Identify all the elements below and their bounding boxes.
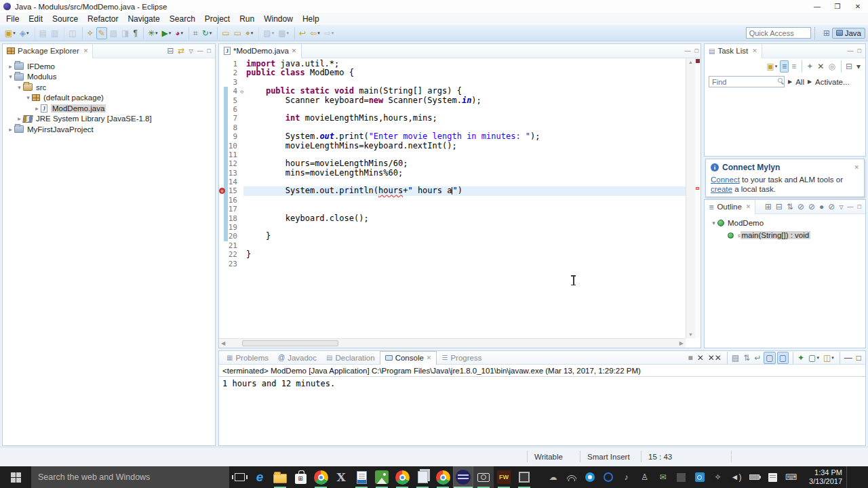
menu-project[interactable]: Project — [200, 14, 235, 24]
taskbar-app-chrome-2[interactable] — [392, 466, 412, 488]
hide-fields-icon[interactable]: ⊘ — [796, 201, 806, 213]
taskbar-app-window-app[interactable] — [514, 466, 534, 488]
open-console-icon[interactable]: ◫▾ — [822, 352, 835, 364]
tab-declaration[interactable]: ▤Declaration — [321, 351, 380, 365]
taskbar-clock[interactable]: 1:34 PM 3/13/2017 — [803, 466, 845, 488]
tray-browser-tray-icon[interactable] — [599, 472, 617, 482]
scroll-lock-icon[interactable]: ⇅ — [742, 352, 751, 364]
link-with-editor-icon[interactable]: ⇄ — [176, 45, 186, 57]
chevron-right-icon[interactable]: ▸ — [16, 115, 23, 122]
error-summary-marker[interactable] — [696, 59, 700, 63]
tab-moddemo-java[interactable]: J *ModDemo.java ✕ — [219, 44, 302, 58]
tab-problems[interactable]: ▦Problems — [222, 351, 273, 365]
hide-static-members-icon[interactable]: ⊘ — [807, 201, 816, 213]
taskbar-app-store[interactable]: ⊞ — [290, 466, 311, 488]
scroll-left-icon[interactable]: ◀ — [221, 340, 225, 346]
tab-package-explorer[interactable]: Package Explorer ✕ — [3, 44, 93, 58]
remove-task-icon[interactable]: ✕ — [816, 60, 825, 73]
menu-help[interactable]: Help — [298, 14, 324, 24]
tray-antenna-tray-icon[interactable]: ✧ — [709, 472, 727, 482]
start-button[interactable] — [0, 466, 31, 488]
error-position-marker[interactable] — [696, 187, 699, 190]
word-wrap-icon[interactable]: ↵ — [753, 352, 762, 364]
show-stdout-icon[interactable]: ▢ — [764, 352, 775, 364]
tray-device-settings-icon[interactable]: ♙ — [635, 472, 654, 482]
back-icon[interactable]: ⇦▾ — [309, 27, 321, 39]
show-whitespace-icon[interactable]: ¶ — [132, 27, 138, 39]
menu-source[interactable]: Source — [47, 14, 83, 24]
annotation-prev-icon[interactable]: ▧▾ — [258, 27, 275, 39]
taskbar-app-file-explorer[interactable] — [270, 466, 290, 488]
tray-app-tray-icon[interactable] — [672, 473, 690, 482]
taskbar-search-input[interactable] — [38, 472, 220, 482]
taskbar-app-camera-app[interactable] — [473, 466, 494, 488]
tab-javadoc[interactable]: @Javadoc — [273, 351, 321, 365]
taskbar-app-notepad[interactable] — [412, 466, 433, 488]
tree-item-moddemo-java[interactable]: ▸JModDemo.java — [3, 103, 215, 114]
tray-audio-tray-icon[interactable]: ♪ — [617, 472, 635, 482]
tray-volume-icon[interactable]: ◄) — [727, 472, 745, 482]
close-icon[interactable]: ✕ — [746, 203, 751, 210]
tree-item-ifdemo[interactable]: ▸IFDemo — [3, 61, 215, 72]
maximize-icon[interactable]: □ — [693, 47, 701, 54]
close-icon[interactable]: ✕ — [292, 47, 297, 54]
taskbar-app-eclipse[interactable] — [453, 466, 473, 488]
editor-vertical-scrollbar[interactable]: ▲ ▼ — [686, 58, 695, 338]
view-menu-icon[interactable]: ▾ — [855, 60, 862, 73]
run-icon[interactable]: ▶▾ — [160, 27, 172, 39]
connect-link[interactable]: Connect — [711, 176, 740, 184]
chevron-down-icon[interactable]: ▾ — [16, 84, 23, 91]
menu-search[interactable]: Search — [165, 14, 200, 24]
taskbar-app-writer[interactable] — [351, 466, 372, 488]
tree-item-jre-system-library-javase-1-8[interactable]: ▸JRE System Library [JavaSE-1.8] — [3, 114, 215, 125]
tab-outline[interactable]: ≣ Outline ✕ — [705, 200, 755, 214]
editor-horizontal-scrollbar[interactable]: ◀ ▶ — [219, 338, 686, 348]
minimize-icon[interactable]: — — [683, 47, 693, 54]
outline-item-moddemo[interactable]: ▾ ModDemo — [705, 218, 865, 228]
annotation-next-icon[interactable]: ▩▾ — [277, 27, 290, 39]
taskbar-app-xming[interactable]: X — [331, 466, 351, 488]
close-icon[interactable]: ✕ — [83, 47, 89, 54]
last-edit-location-icon[interactable]: ↩ — [294, 27, 307, 39]
tab-task-list[interactable]: ▤ Task List ✕ — [705, 44, 762, 58]
open-perspective-icon[interactable]: ⊞ — [822, 27, 831, 39]
taskbar-app-edge[interactable]: e — [250, 466, 270, 488]
format-brush-icon[interactable]: ✎ — [96, 27, 107, 39]
chevron-right-icon[interactable]: ▸ — [7, 63, 14, 70]
code-editor[interactable]: 1import java.util.*;2public class ModDem… — [219, 58, 686, 338]
forward-icon[interactable]: ⇨▾ — [323, 27, 336, 39]
key-icon[interactable]: ✧ — [82, 27, 95, 39]
window-close-icon[interactable]: ✕ — [848, 3, 868, 10]
tree-item-myfirstjavaproject[interactable]: ▸MyFirstJavaProject — [3, 124, 215, 135]
taskbar-app-chrome-1[interactable] — [311, 466, 331, 488]
search-torch-icon[interactable]: ⌖▾ — [244, 27, 254, 39]
menu-run[interactable]: Run — [235, 14, 259, 24]
task-view-button[interactable] — [229, 466, 250, 488]
expand-all-icon[interactable]: ⊞ — [764, 201, 773, 213]
taskbar-app-image-app[interactable] — [372, 466, 392, 488]
tray-notes-icon[interactable] — [764, 473, 782, 482]
sort-icon[interactable]: ⇅ — [785, 201, 795, 213]
scheduled-presentation-icon[interactable]: ✦ — [802, 60, 814, 73]
display-selected-console-icon[interactable]: ▢▾ — [807, 352, 821, 364]
new-task-icon[interactable]: ▣▾ — [765, 60, 778, 73]
externalize-strings-icon[interactable]: ◨ — [120, 27, 130, 39]
collapse-all-icon[interactable]: ⊟ — [774, 201, 784, 213]
save-icon[interactable]: ▤ — [35, 27, 48, 39]
chevron-right-icon[interactable]: ▸ — [33, 105, 41, 112]
tab-progress[interactable]: ☰Progress — [437, 351, 486, 365]
focus-workweek-icon[interactable]: ◎ — [827, 60, 836, 73]
tray-blue-app-icon[interactable] — [580, 472, 599, 482]
activate-arrow-icon[interactable]: ▶ — [808, 79, 812, 85]
view-menu-icon[interactable]: ▽ — [186, 48, 195, 54]
terminate-icon[interactable]: ■ — [686, 352, 694, 364]
collapse-all-icon[interactable]: ⊟ — [165, 45, 175, 57]
new-java-ee-icon[interactable]: ⌗ — [189, 27, 199, 39]
run-last-icon[interactable]: ◕▾ — [174, 27, 184, 39]
fold-collapse-icon[interactable]: ⊖ — [240, 87, 243, 96]
group-by-icon[interactable]: ≡ — [790, 60, 797, 73]
clear-console-icon[interactable]: ▤ — [727, 352, 741, 364]
minimize-icon[interactable]: — — [195, 47, 205, 54]
tray-onedrive-icon[interactable]: ☁ — [544, 472, 562, 482]
scrollbar-thumb[interactable] — [242, 340, 338, 346]
